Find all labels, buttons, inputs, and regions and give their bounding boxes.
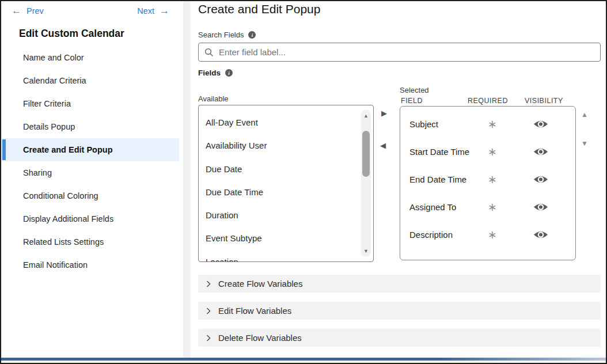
sidebar-item-name-and-color[interactable]: Name and Color (1, 46, 179, 69)
selected-row[interactable]: Subject ∗ (400, 111, 575, 136)
required-asterisk-icon: ∗ (488, 228, 497, 241)
selected-field-name: Assigned To (409, 202, 456, 212)
sidebar-title: Edit Custom Calendar (19, 28, 124, 40)
chevron-right-icon (206, 280, 211, 287)
info-icon[interactable]: i (248, 31, 256, 39)
prev-button[interactable]: ← Prev (12, 6, 44, 16)
selected-field-name: End Date Time (409, 175, 466, 184)
chevron-right-icon (206, 335, 211, 342)
window-bottom-edge (1, 358, 606, 361)
info-icon[interactable]: i (225, 69, 233, 77)
available-option[interactable]: Due Date Time (199, 181, 373, 204)
sidebar-item-display-additional-fields[interactable]: Display Additional Fields (1, 207, 179, 230)
scroll-up-icon[interactable]: ▲ (361, 112, 371, 120)
available-option[interactable]: Event Subtype (199, 227, 373, 250)
available-option[interactable]: Location (199, 251, 373, 262)
chevron-right-icon (206, 308, 211, 314)
selected-row[interactable]: Start Date Time ∗ (400, 139, 575, 164)
arrow-right-icon: → (160, 6, 169, 16)
accordion-delete-flow-variables[interactable]: Delete Flow Variables (198, 329, 601, 347)
required-asterisk-icon: ∗ (488, 145, 497, 158)
visibility-eye-icon[interactable] (533, 230, 548, 240)
scrollbar-thumb[interactable] (362, 131, 370, 177)
wizard-sidebar: ← Prev Next → Edit Custom Calendar Name … (1, 1, 183, 358)
search-input[interactable] (219, 47, 594, 57)
selected-label: Selected (400, 86, 429, 94)
sidebar-item-sharing[interactable]: Sharing (1, 161, 179, 184)
prev-label: Prev (26, 6, 44, 16)
column-header-visibility: VISIBILITY (525, 97, 563, 105)
available-option[interactable]: All-Day Event (199, 111, 373, 134)
reorder-down-button[interactable]: ▼ (581, 140, 588, 147)
visibility-eye-icon[interactable] (533, 147, 548, 157)
search-icon (204, 48, 214, 57)
available-label: Available (198, 94, 229, 103)
wizard-nav: ← Prev Next → (12, 6, 169, 16)
selected-field-name: Subject (409, 119, 438, 129)
selected-row[interactable]: Assigned To ∗ (400, 194, 575, 219)
sidebar-item-details-popup[interactable]: Details Popup (1, 115, 179, 138)
available-option[interactable]: Due Date (199, 158, 373, 181)
next-button[interactable]: Next → (137, 6, 169, 16)
selected-listbox: Subject ∗ Start Date Time ∗ End Date Tim… (400, 106, 576, 260)
arrow-left-icon: ← (12, 6, 21, 16)
required-asterisk-icon: ∗ (488, 173, 497, 186)
sidebar-menu: Name and Color Calendar Criteria Filter … (1, 46, 179, 276)
available-scrollbar[interactable]: ▲ ▼ (361, 110, 371, 257)
visibility-eye-icon[interactable] (533, 175, 548, 184)
sidebar-item-email-notification[interactable]: Email Notification (1, 253, 179, 276)
sidebar-divider (183, 1, 191, 358)
accordion-edit-flow-variables[interactable]: Edit Flow Variables (198, 302, 601, 320)
available-listbox: All-Day Event Availability User Due Date… (198, 105, 374, 262)
selected-field-name: Start Date Time (409, 147, 469, 157)
page-title: Create and Edit Popup (198, 2, 320, 16)
accordion-label: Delete Flow Variables (218, 333, 302, 343)
accordion-label: Create Flow Variables (218, 279, 302, 289)
app-window: ← Prev Next → Edit Custom Calendar Name … (0, 0, 607, 364)
selected-row[interactable]: End Date Time ∗ (400, 166, 575, 192)
visibility-eye-icon[interactable] (533, 119, 548, 129)
available-option[interactable]: Availability User (199, 134, 373, 157)
sidebar-item-related-lists-settings[interactable]: Related Lists Settings (1, 230, 179, 253)
search-field-container (198, 43, 601, 62)
sidebar-item-create-and-edit-popup[interactable]: Create and Edit Popup (1, 138, 179, 161)
required-asterisk-icon: ∗ (488, 117, 497, 131)
available-list: All-Day Event Availability User Due Date… (199, 105, 373, 262)
required-asterisk-icon: ∗ (488, 200, 497, 214)
accordion-create-flow-variables[interactable]: Create Flow Variables (198, 275, 601, 293)
selected-field-name: Description (409, 230, 453, 240)
sidebar-item-conditional-coloring[interactable]: Conditional Coloring (1, 184, 179, 207)
next-label: Next (137, 6, 154, 16)
selected-row[interactable]: Description ∗ (400, 222, 575, 247)
accordion-label: Edit Flow Variables (218, 306, 291, 316)
search-fields-label: Search Fields i (198, 31, 256, 39)
fields-label: Fields i (198, 69, 233, 77)
reorder-up-button[interactable]: ▲ (581, 111, 588, 118)
scroll-down-icon[interactable]: ▼ (361, 247, 371, 255)
column-header-field: FIELD (401, 97, 423, 105)
column-header-required: REQUIRED (468, 97, 508, 105)
sidebar-item-calendar-criteria[interactable]: Calendar Criteria (1, 69, 179, 92)
move-to-selected-button[interactable]: ▶ (381, 109, 387, 117)
available-option[interactable]: Duration (199, 204, 373, 227)
move-to-available-button[interactable]: ◀ (380, 142, 386, 149)
visibility-eye-icon[interactable] (533, 202, 548, 212)
sidebar-item-filter-criteria[interactable]: Filter Criteria (1, 92, 179, 115)
